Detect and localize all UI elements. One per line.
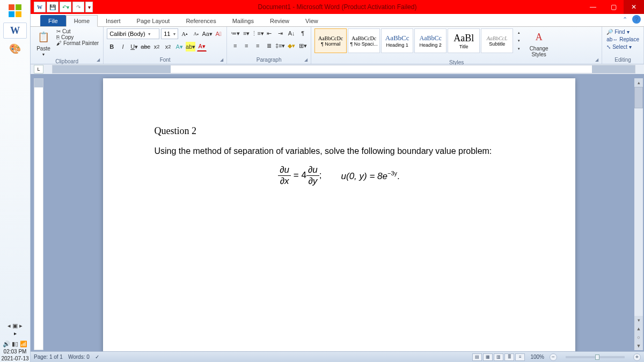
clipboard-launcher[interactable]: ◢ bbox=[97, 57, 102, 63]
zoom-slider[interactable] bbox=[566, 356, 625, 358]
style-subtitle[interactable]: AaBbCcLSubtitle bbox=[481, 28, 513, 53]
align-left-button[interactable]: ≡ bbox=[230, 41, 240, 50]
zoom-in-button[interactable]: + bbox=[633, 353, 641, 361]
paragraph-launcher[interactable]: ◢ bbox=[304, 57, 310, 63]
decrease-indent-button[interactable]: ⇤ bbox=[264, 28, 274, 38]
paste-button[interactable]: 📋 Paste ▼ bbox=[34, 28, 53, 57]
taskbar-paint[interactable]: 🎨 bbox=[3, 41, 27, 57]
select-button[interactable]: ⤡Select ▾ bbox=[605, 43, 640, 50]
tab-selector[interactable]: L bbox=[34, 65, 43, 73]
change-styles-button[interactable]: A Change Styles bbox=[525, 28, 553, 58]
next-page-button[interactable]: ▼ bbox=[634, 342, 643, 350]
web-layout-view[interactable]: ▥ bbox=[494, 353, 503, 361]
spell-check-icon[interactable]: ✓ bbox=[95, 354, 99, 360]
volume-icon[interactable]: 🔊 bbox=[3, 341, 10, 348]
style-no-spacing[interactable]: AaBbCcDc¶ No Spaci... bbox=[348, 28, 380, 53]
group-clipboard: 📋 Paste ▼ ✂Cut ⎘Copy 🖌Format Painter Cli… bbox=[31, 27, 104, 64]
outline-view[interactable]: ≣ bbox=[504, 353, 514, 361]
styles-row-up[interactable]: ▴ bbox=[515, 29, 523, 36]
replace-icon: ab↔ bbox=[606, 36, 618, 42]
style-title[interactable]: AaBlTitle bbox=[448, 28, 480, 53]
superscript-button[interactable]: x2 bbox=[163, 42, 173, 51]
tray-time[interactable]: 02:03 PM bbox=[0, 348, 30, 355]
status-page[interactable]: Page: 1 of 1 bbox=[34, 354, 63, 360]
line-spacing-button[interactable]: ‡≡▾ bbox=[275, 41, 285, 50]
tab-page-layout[interactable]: Page Layout bbox=[129, 15, 178, 26]
help-icon[interactable]: ? bbox=[632, 15, 641, 24]
sort-button[interactable]: A↓ bbox=[287, 28, 296, 38]
tab-references[interactable]: References bbox=[178, 15, 224, 26]
underline-button[interactable]: U▾ bbox=[129, 42, 139, 51]
tab-view[interactable]: View bbox=[297, 15, 326, 26]
vertical-ruler[interactable] bbox=[34, 78, 43, 350]
increase-indent-button[interactable]: ⇥ bbox=[275, 28, 285, 38]
redo-button[interactable]: ↷ bbox=[72, 2, 84, 12]
tab-review[interactable]: Review bbox=[262, 15, 297, 26]
start-button[interactable] bbox=[2, 1, 28, 20]
styles-launcher[interactable]: ◢ bbox=[595, 57, 601, 63]
style-normal[interactable]: AaBbCcDc¶ Normal bbox=[314, 28, 347, 53]
shading-button[interactable]: ◆▾ bbox=[287, 41, 296, 50]
app-icon[interactable]: W bbox=[34, 2, 46, 12]
status-words[interactable]: Words: 0 bbox=[68, 354, 90, 360]
highlight-button[interactable]: ab▾ bbox=[186, 42, 195, 51]
qat-customize[interactable]: ▾ bbox=[85, 2, 93, 12]
align-right-button[interactable]: ≡ bbox=[253, 41, 262, 50]
battery-icon[interactable]: ▮▯ bbox=[12, 341, 18, 348]
bullets-button[interactable]: ≔▾ bbox=[230, 28, 240, 38]
styles-row-down[interactable]: ▾ bbox=[515, 37, 523, 45]
full-screen-view[interactable]: ▦ bbox=[483, 353, 493, 361]
browse-object-button[interactable]: ○ bbox=[634, 333, 643, 342]
grow-font-button[interactable]: A▴ bbox=[180, 29, 189, 39]
shrink-font-button[interactable]: A▾ bbox=[191, 29, 201, 39]
prev-page-button[interactable]: ▲ bbox=[634, 324, 643, 333]
tab-mailings[interactable]: Mailings bbox=[224, 15, 262, 26]
style-heading1[interactable]: AaBbCcHeading 1 bbox=[381, 28, 413, 53]
minimize-button[interactable]: — bbox=[583, 0, 603, 14]
find-button[interactable]: 🔎Find ▾ bbox=[605, 28, 640, 35]
taskbar-word[interactable]: W bbox=[3, 23, 27, 39]
tray-date[interactable]: 2021-07-13 bbox=[0, 355, 30, 362]
format-painter-button[interactable]: 🖌Format Painter bbox=[55, 40, 100, 46]
numbering-button[interactable]: ≡▾ bbox=[241, 28, 251, 38]
font-color-button[interactable]: A▾ bbox=[197, 42, 207, 51]
tab-home[interactable]: Home bbox=[66, 15, 98, 27]
show-marks-button[interactable]: ¶ bbox=[298, 28, 308, 38]
subscript-button[interactable]: x2 bbox=[152, 42, 162, 51]
tray-expand[interactable]: ▸ bbox=[0, 330, 30, 337]
tab-insert[interactable]: Insert bbox=[98, 15, 129, 26]
change-case-button[interactable]: Aa▾ bbox=[202, 29, 212, 39]
horizontal-ruler[interactable] bbox=[52, 65, 635, 73]
borders-button[interactable]: ⊞▾ bbox=[298, 41, 308, 50]
network-icon[interactable]: 📶 bbox=[20, 341, 27, 348]
page[interactable]: Question 2 Using the method of separatio… bbox=[103, 78, 575, 354]
replace-button[interactable]: ab↔Replace bbox=[605, 36, 640, 43]
text-effects-button[interactable]: A▾ bbox=[174, 42, 184, 51]
font-size-combo[interactable]: 11▼ bbox=[161, 28, 178, 39]
bold-button[interactable]: B bbox=[107, 42, 116, 51]
maximize-button[interactable]: ▢ bbox=[603, 0, 624, 14]
styles-gallery: AaBbCcDc¶ Normal AaBbCcDc¶ No Spaci... A… bbox=[314, 28, 523, 53]
print-layout-view[interactable]: ▤ bbox=[472, 353, 482, 361]
align-center-button[interactable]: ≡ bbox=[241, 41, 251, 50]
font-launcher[interactable]: ◢ bbox=[220, 57, 225, 63]
draft-view[interactable]: ≡ bbox=[515, 353, 525, 361]
multilevel-button[interactable]: ⋮≡▾ bbox=[253, 28, 262, 38]
styles-more[interactable]: ▾ bbox=[515, 45, 523, 53]
style-heading2[interactable]: AaBbCcHeading 2 bbox=[414, 28, 447, 53]
tab-file[interactable]: File bbox=[40, 15, 66, 26]
undo-button[interactable]: ↶▾ bbox=[60, 2, 71, 12]
font-name-combo[interactable]: Calibri (Body)▼ bbox=[107, 28, 159, 39]
italic-button[interactable]: I bbox=[118, 42, 128, 51]
copy-button[interactable]: ⎘Copy bbox=[55, 34, 100, 40]
clear-formatting-button[interactable]: A⃠ bbox=[214, 29, 223, 39]
vertical-scrollbar[interactable]: ▴ ▾ ▲ ○ ▼ bbox=[634, 78, 643, 350]
status-zoom[interactable]: 100% bbox=[530, 354, 544, 360]
close-button[interactable]: ✕ bbox=[624, 0, 644, 14]
minimize-ribbon-icon[interactable]: ⌃ bbox=[620, 15, 629, 24]
strikethrough-button[interactable]: abc bbox=[141, 42, 150, 51]
zoom-out-button[interactable]: − bbox=[550, 353, 557, 361]
save-button[interactable]: 💾 bbox=[47, 2, 58, 12]
justify-button[interactable]: ≣ bbox=[264, 41, 274, 50]
cut-button[interactable]: ✂Cut bbox=[55, 28, 100, 34]
